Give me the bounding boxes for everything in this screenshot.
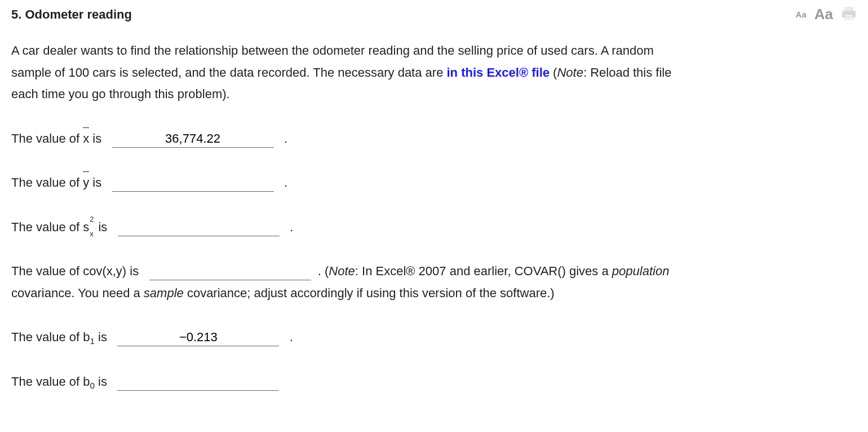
print-icon[interactable] [841,6,857,23]
cov-prefix: The value of cov(x,y) is [11,264,139,278]
question-page: 5. Odometer reading Aa Aa A car dealer w… [0,0,868,415]
xbar-period: . [284,131,287,146]
ybar-prefix: The value of [11,175,83,189]
b0-sub: 0 [90,381,95,390]
font-size-large-button[interactable]: Aa [814,6,833,23]
question-xbar: The value of x is . [11,128,857,150]
xbar-prefix: The value of [11,131,83,146]
intro-paragraph: A car dealer wants to find the relations… [11,40,688,105]
svg-rect-2 [845,15,853,20]
cov-input[interactable] [149,264,311,280]
question-ybar: The value of y is . [11,172,857,194]
sx2-prefix: The value of [11,220,83,234]
cov-note-italic-1: population [612,264,670,278]
ybar-symbol: y [83,172,89,194]
intro-note-word: Note [557,65,583,80]
xbar-suffix: is [89,131,101,146]
toolbar: Aa Aa [796,6,857,23]
xbar-symbol: x [83,128,89,150]
b1-prefix: The value of b [11,330,90,344]
cov-note-2: covariance. You need a [11,286,144,300]
sx2-input[interactable] [118,220,280,236]
question-cov: The value of cov(x,y) is . (Note: In Exc… [11,261,688,304]
cov-note-1: : In Excel® 2007 and earlier, COVAR() gi… [355,264,612,278]
ybar-suffix: is [89,175,101,189]
cov-note-3: covariance; adjust accordingly if using … [184,286,555,300]
intro-post-1: ( [550,65,557,80]
b1-period: . [290,330,293,344]
b0-suffix: is [95,374,107,389]
sx2-symbol: s2x [83,217,91,239]
b0-prefix: The value of b [11,374,90,389]
excel-file-link[interactable]: in this Excel® file [447,65,550,80]
cov-period: . [318,264,325,278]
sx2-period: . [290,220,293,234]
font-size-small-button[interactable]: Aa [796,10,807,19]
question-title: 5. Odometer reading [11,7,132,22]
svg-rect-1 [845,7,853,11]
ybar-input[interactable] [112,175,274,192]
b1-sub: 1 [90,336,95,346]
xbar-input[interactable] [112,131,274,148]
b0-input[interactable] [117,374,279,391]
b1-suffix: is [95,330,107,344]
question-b0: The value of b0 is [11,371,857,393]
sx2-suffix: is [95,220,107,234]
cov-note-italic-2: sample [144,286,184,300]
b1-input[interactable] [117,330,279,346]
cov-note-word: Note [329,264,355,278]
ybar-period: . [284,175,287,189]
question-sx2: The value of s2x is . [11,217,857,239]
header-row: 5. Odometer reading Aa Aa [11,6,857,23]
question-b1: The value of b1 is . [11,327,857,349]
